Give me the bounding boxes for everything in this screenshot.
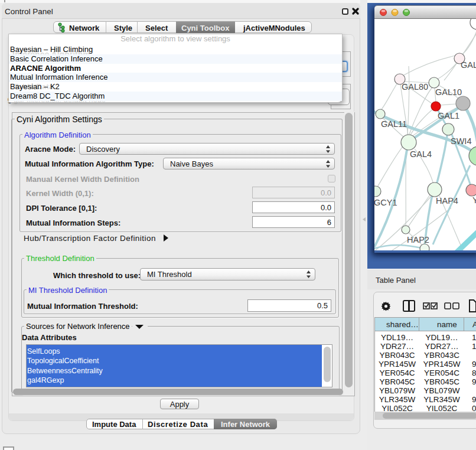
svg-text:GCY1: GCY1	[374, 198, 397, 207]
svg-text:SWI4: SWI4	[451, 136, 471, 146]
svg-text:GAL80: GAL80	[402, 82, 428, 92]
svg-text:GAL: GAL	[461, 60, 476, 70]
svg-text:GAL4: GAL4	[410, 149, 432, 159]
svg-text:GAL11: GAL11	[381, 119, 407, 129]
svg-text:Y: Y	[472, 195, 476, 205]
svg-text:GAL10: GAL10	[435, 87, 462, 97]
svg-text:GAL1: GAL1	[438, 111, 459, 120]
svg-text:HAP2: HAP2	[407, 235, 429, 244]
svg-text:HAP4: HAP4	[436, 196, 458, 206]
